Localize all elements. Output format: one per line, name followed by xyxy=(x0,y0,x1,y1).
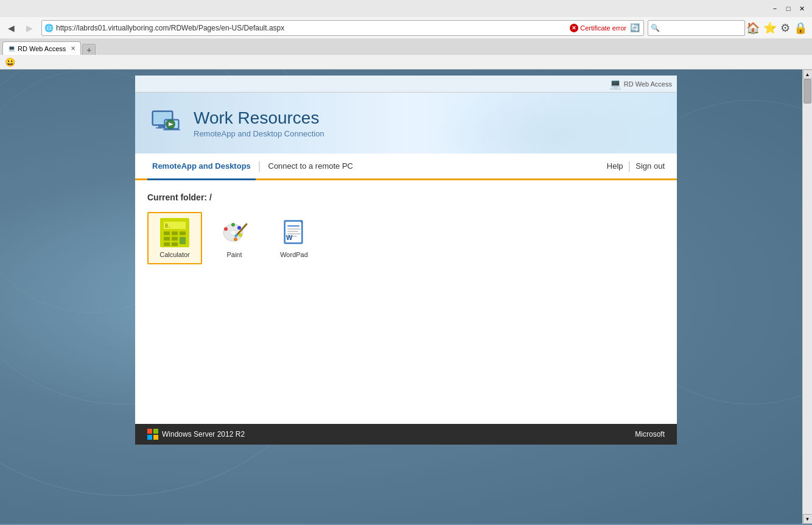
app-calculator[interactable]: 0. Calculator xyxy=(147,212,202,264)
nav-bar: ◀ ▶ 🌐 https://labrds01.virtuallyboring.c… xyxy=(0,17,812,39)
back-icon: ◀ xyxy=(8,23,15,33)
scroll-down-button[interactable]: ▼ xyxy=(803,514,813,524)
settings-icon[interactable]: ⚙ xyxy=(780,21,790,35)
svg-rect-17 xyxy=(164,242,170,246)
work-resources-icon xyxy=(147,105,184,141)
cert-error-label: Certificate error xyxy=(580,24,626,32)
svg-rect-31 xyxy=(287,225,299,227)
svg-point-26 xyxy=(234,238,237,241)
svg-rect-33 xyxy=(287,231,298,232)
calculator-icon: 0. xyxy=(160,218,189,247)
scroll-thumb[interactable] xyxy=(803,79,811,104)
rdweb-nav: RemoteApp and Desktops | Connect to a re… xyxy=(135,153,677,180)
svg-rect-18 xyxy=(172,242,178,246)
svg-rect-13 xyxy=(180,231,186,235)
maximize-button[interactable]: □ xyxy=(783,3,794,14)
nav-right-actions: Help | Sign out xyxy=(607,160,665,172)
svg-rect-11 xyxy=(164,231,170,235)
refresh-button[interactable]: 🔄 xyxy=(629,22,641,34)
rdweb-content: Current folder: / xyxy=(135,180,677,424)
svg-rect-32 xyxy=(287,228,301,230)
tab-close-button[interactable]: ✕ xyxy=(71,45,75,52)
svg-point-23 xyxy=(231,223,235,227)
svg-rect-15 xyxy=(172,237,178,241)
close-button[interactable]: ✕ xyxy=(796,3,807,14)
home-icon[interactable]: 🏠 xyxy=(746,21,760,35)
rdweb-header-bar: 💻 RD Web Access xyxy=(135,76,677,93)
svg-rect-38 xyxy=(147,429,152,434)
tab-rdweb[interactable]: 💻 RD Web Access ✕ xyxy=(2,41,81,55)
forward-button[interactable]: ▶ xyxy=(21,19,38,37)
rdweb-logo: 💻 RD Web Access xyxy=(609,78,672,90)
rdweb-logo-label: RD Web Access xyxy=(624,80,672,88)
footer-left: Windows Server 2012 R2 xyxy=(147,429,245,440)
nav-remoteapp-tab[interactable]: RemoteApp and Desktops xyxy=(147,153,256,180)
browser-toolbar-right: 🏠 ⭐ ⚙ 🔒 xyxy=(746,21,807,35)
wordpad-icon: W xyxy=(279,218,309,247)
url-text: https://labrds01.virtuallyboring.com/RDW… xyxy=(56,24,570,32)
svg-point-25 xyxy=(239,233,242,237)
banner-title: Work Resources xyxy=(194,108,324,128)
cert-error-indicator: ✕ Certificate error xyxy=(570,24,626,32)
svg-text:W: W xyxy=(286,234,293,241)
footer-brand: Microsoft xyxy=(635,430,665,439)
svg-point-21 xyxy=(230,230,236,235)
footer-os-label: Windows Server 2012 R2 xyxy=(162,430,245,439)
cert-error-x-icon: ✕ xyxy=(570,24,578,32)
title-bar: − □ ✕ xyxy=(0,0,812,17)
current-folder-label: Current folder: / xyxy=(147,192,665,202)
app-wordpad[interactable]: W WordPad xyxy=(267,212,321,264)
safety-icon[interactable]: 🔒 xyxy=(794,21,807,35)
address-bar[interactable]: 🌐 https://labrds01.virtuallyboring.com/R… xyxy=(41,20,644,36)
search-bar[interactable]: 🔍 xyxy=(648,20,745,36)
minimize-button[interactable]: − xyxy=(769,3,780,14)
rdweb-logo-icon: 💻 xyxy=(609,78,621,90)
back-button[interactable]: ◀ xyxy=(2,19,19,37)
svg-rect-12 xyxy=(172,231,178,235)
svg-text:0.: 0. xyxy=(165,224,171,229)
scroll-track xyxy=(803,79,812,514)
banner-text: Work Resources RemoteApp and Desktop Con… xyxy=(194,108,324,138)
nav-help-link[interactable]: Help xyxy=(607,161,623,171)
favorites-icon[interactable]: ⭐ xyxy=(763,21,777,35)
tab-bar: 💻 RD Web Access ✕ + xyxy=(0,39,812,55)
paint-icon xyxy=(220,218,249,247)
svg-rect-14 xyxy=(164,237,170,241)
svg-rect-6 xyxy=(163,129,180,130)
calculator-label: Calculator xyxy=(159,251,190,258)
nav-signout-link[interactable]: Sign out xyxy=(635,161,665,171)
rdweb-window: 💻 RD Web Access xyxy=(135,76,677,518)
tab-label: RD Web Access xyxy=(18,45,66,52)
ie-globe-icon: 🌐 xyxy=(44,24,54,32)
rdweb-banner: Work Resources RemoteApp and Desktop Con… xyxy=(135,93,677,153)
new-tab-button[interactable]: + xyxy=(82,44,96,55)
svg-rect-16 xyxy=(180,237,186,244)
scroll-up-button[interactable]: ▲ xyxy=(803,69,813,79)
banner-icon xyxy=(147,105,184,141)
svg-point-24 xyxy=(237,226,241,230)
favorites-bar-icon: 😀 xyxy=(5,57,15,67)
nav-connect-tab[interactable]: Connect to a remote PC xyxy=(264,153,358,180)
windows-logo-icon xyxy=(147,429,158,440)
browser-chrome: − □ ✕ ◀ ▶ 🌐 https://labrds01.virtuallybo… xyxy=(0,0,812,69)
banner-subtitle: RemoteApp and Desktop Connection xyxy=(194,129,324,138)
scrollbar-right[interactable]: ▲ ▼ xyxy=(802,69,812,524)
rdweb-footer: Windows Server 2012 R2 Microsoft xyxy=(135,424,677,445)
tab-favicon: 💻 xyxy=(8,45,15,52)
svg-point-22 xyxy=(224,227,228,231)
nav-divider-1: | xyxy=(258,160,261,172)
svg-rect-41 xyxy=(153,435,158,440)
app-paint[interactable]: Paint xyxy=(207,212,262,264)
browser-content-area: 💻 RD Web Access xyxy=(0,69,812,524)
forward-icon: ▶ xyxy=(26,23,33,33)
favorites-bar: 😀 xyxy=(0,55,812,69)
windows-logo: Windows Server 2012 R2 xyxy=(147,429,245,440)
nav-divider-2: | xyxy=(628,160,631,172)
banner-globe-decoration xyxy=(433,93,677,153)
svg-rect-39 xyxy=(153,429,158,434)
paint-label: Paint xyxy=(226,251,242,258)
svg-rect-40 xyxy=(147,435,152,440)
search-icon: 🔍 xyxy=(651,24,660,32)
wordpad-label: WordPad xyxy=(280,251,308,258)
apps-grid: 0. Calculator xyxy=(147,212,665,264)
